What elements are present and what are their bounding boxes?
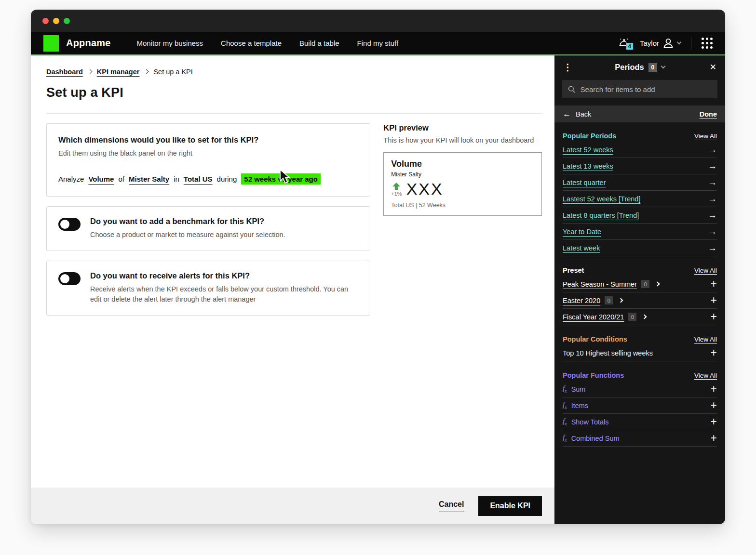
preset-item[interactable]: Fiscal Year 2020/21 0 + xyxy=(563,309,717,325)
metric-link[interactable]: Volume xyxy=(88,175,114,183)
kpi-preview-title: KPI preview xyxy=(383,123,542,132)
breadcrumb-kpi-manager[interactable]: KPI manager xyxy=(97,68,140,76)
dimension-sentence: Analyze Volume of Mister Salty in Total … xyxy=(58,173,358,185)
fx-icon: fx xyxy=(563,384,567,394)
preset-count-badge: 0 xyxy=(641,280,649,288)
condition-item[interactable]: Top 10 Highest selling weeks + xyxy=(563,345,717,361)
nav-item-monitor[interactable]: Monitor my business xyxy=(137,39,203,47)
dimensions-card: Which dimensions would you like to set f… xyxy=(46,123,370,197)
product-link[interactable]: Mister Salty xyxy=(129,175,169,183)
top-navbar: Appname Monitor my business Choose a tem… xyxy=(31,32,725,55)
period-item[interactable]: Latest 8 quarters [Trend] → xyxy=(563,207,717,224)
app-grid-icon[interactable] xyxy=(702,38,713,49)
market-link[interactable]: Total US xyxy=(184,175,213,183)
cancel-button[interactable]: Cancel xyxy=(439,500,464,512)
arrow-right-icon[interactable]: → xyxy=(708,161,717,171)
enable-kpi-button[interactable]: Enable KPI xyxy=(478,496,542,516)
notification-count-badge: 4 xyxy=(626,42,634,50)
breadcrumb-dashboard[interactable]: Dashboard xyxy=(46,68,83,76)
close-icon[interactable]: ✕ xyxy=(706,62,716,72)
window-minimize-button[interactable] xyxy=(53,18,59,24)
function-item[interactable]: fx Show Totals + xyxy=(563,414,717,430)
benchmark-toggle[interactable] xyxy=(58,218,81,231)
window-zoom-button[interactable] xyxy=(64,18,70,24)
period-item[interactable]: Latest 52 weeks → xyxy=(563,142,717,158)
user-menu[interactable]: Taylor xyxy=(640,38,681,49)
app-logo[interactable] xyxy=(43,35,59,52)
arrow-right-icon[interactable]: → xyxy=(708,145,717,154)
dimensions-card-title: Which dimensions would you like to set f… xyxy=(58,135,358,145)
period-item[interactable]: Lastest 52 weeks [Trend] → xyxy=(563,191,717,207)
arrow-right-icon[interactable]: → xyxy=(708,227,717,236)
kpi-preview-subtitle: This is how your KPI will look on your d… xyxy=(383,136,542,144)
preset-item[interactable]: Peak Season - Summer 0 + xyxy=(563,276,717,292)
sentence-in: in xyxy=(174,175,179,183)
nav-item-stuff[interactable]: Find my stuff xyxy=(357,39,399,47)
plus-icon[interactable]: + xyxy=(711,311,717,322)
back-arrow-icon: ← xyxy=(563,109,571,119)
alerts-card-title: Do you want to receive alerts for this K… xyxy=(90,271,358,280)
kebab-menu-icon[interactable]: ⋮ xyxy=(563,62,574,73)
preset-item[interactable]: Easter 2020 0 + xyxy=(563,292,717,309)
app-window: Appname Monitor my business Choose a tem… xyxy=(31,10,725,524)
title-divider xyxy=(46,113,542,114)
nav-item-table[interactable]: Build a table xyxy=(299,39,339,47)
done-button[interactable]: Done xyxy=(700,110,717,118)
plus-icon[interactable]: + xyxy=(711,278,717,290)
function-item[interactable]: fx Sum + xyxy=(563,381,717,397)
plus-icon[interactable]: + xyxy=(711,400,717,411)
preview-value: XXX xyxy=(406,182,444,197)
chevron-right-icon xyxy=(87,69,92,74)
period-item[interactable]: Year to Date → xyxy=(563,224,717,240)
period-item[interactable]: Latest 13 weeks → xyxy=(563,158,717,174)
chevron-right-icon[interactable] xyxy=(619,298,623,303)
plus-icon[interactable]: + xyxy=(711,383,717,395)
arrow-right-icon[interactable]: → xyxy=(708,194,717,203)
popular-conditions-view-all[interactable]: View All xyxy=(694,336,717,343)
arrow-right-icon[interactable]: → xyxy=(708,178,717,187)
nav-divider xyxy=(691,37,691,50)
main-area: Dashboard KPI manager Set up a KPI Set u… xyxy=(31,55,554,524)
kpi-preview-section: KPI preview This is how your KPI will lo… xyxy=(383,123,542,325)
notifications-bell-icon[interactable]: 4 xyxy=(618,37,632,50)
preset-heading: Preset xyxy=(563,266,584,274)
preview-change-percent: +1% xyxy=(391,191,402,197)
period-link-selected[interactable]: 52 weeks vs year ago xyxy=(241,173,321,185)
kpi-preview-card: Volume Mister Salty +1% XXX xyxy=(383,152,542,216)
plus-icon[interactable]: + xyxy=(711,347,717,358)
window-close-button[interactable] xyxy=(42,18,49,24)
alerts-card-subtitle: Receive alerts when the KPI exceeds or f… xyxy=(90,284,358,305)
chevron-down-icon xyxy=(677,40,682,45)
fx-icon: fx xyxy=(563,417,567,426)
panel-search[interactable] xyxy=(562,80,717,98)
function-item[interactable]: fx Combined Sum + xyxy=(563,430,717,447)
popular-functions-view-all[interactable]: View All xyxy=(694,372,717,379)
period-item[interactable]: Latest week → xyxy=(563,240,717,256)
sentence-of: of xyxy=(118,175,124,183)
plus-icon[interactable]: + xyxy=(711,433,717,444)
alerts-toggle[interactable] xyxy=(58,272,81,285)
arrow-up-icon xyxy=(392,183,401,190)
chevron-down-icon[interactable] xyxy=(661,64,665,69)
alerts-card: Do you want to receive alerts for this K… xyxy=(46,261,370,316)
breadcrumb: Dashboard KPI manager Set up a KPI xyxy=(46,68,542,76)
chevron-right-icon xyxy=(144,69,149,74)
plus-icon[interactable]: + xyxy=(711,416,717,427)
preset-view-all[interactable]: View All xyxy=(694,267,717,274)
popular-periods-view-all[interactable]: View All xyxy=(694,132,717,140)
function-item[interactable]: fx Items + xyxy=(563,397,717,414)
search-input[interactable] xyxy=(580,85,712,93)
sentence-analyze: Analyze xyxy=(58,175,84,183)
fx-icon: fx xyxy=(563,401,567,410)
arrow-right-icon[interactable]: → xyxy=(708,211,717,220)
arrow-right-icon[interactable]: → xyxy=(708,243,717,252)
window-titlebar xyxy=(31,10,725,32)
period-item[interactable]: Latest quarter → xyxy=(563,174,717,191)
plus-icon[interactable]: + xyxy=(711,295,717,306)
page-title: Set up a KPI xyxy=(46,85,542,100)
chevron-right-icon[interactable] xyxy=(655,282,660,287)
back-button[interactable]: ← Back xyxy=(563,109,591,119)
chevron-right-icon[interactable] xyxy=(642,315,647,319)
nav-item-template[interactable]: Choose a template xyxy=(221,39,282,47)
app-name: Appname xyxy=(66,38,111,49)
